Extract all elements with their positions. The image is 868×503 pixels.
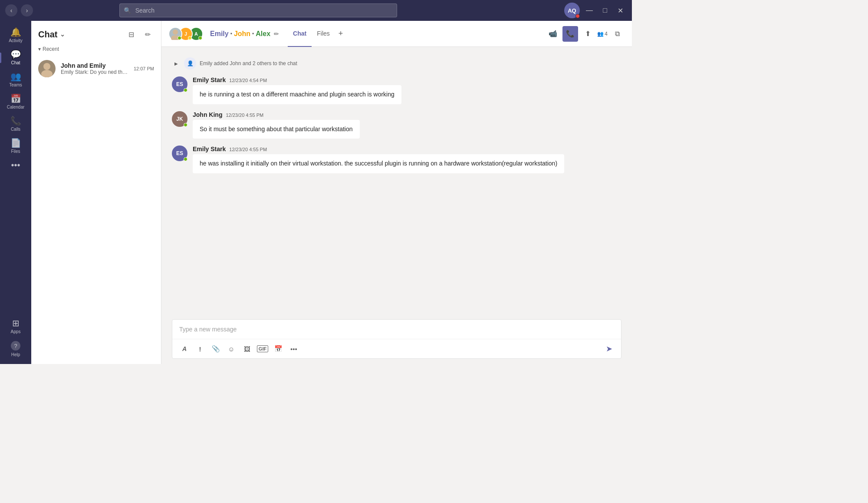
messages-area[interactable]: ▶ 👤 Emily added John and 2 others to the…	[161, 47, 632, 316]
search-input[interactable]	[119, 3, 397, 17]
svg-point-2	[173, 30, 178, 35]
sidebar-item-teams[interactable]: 👥 Teams	[0, 69, 31, 91]
nav-controls: ‹ ›	[5, 4, 33, 17]
search-bar: 🔍	[119, 3, 397, 17]
filter-icon: ⊟	[128, 30, 134, 39]
msg-time-3: 12/23/20 4:55 PM	[229, 147, 267, 152]
participants-names: Emily • John • Alex ✏	[210, 30, 279, 38]
sidebar-item-apps[interactable]: ⊞ Apps	[0, 315, 31, 338]
title-bar-right: AQ — □ ✕	[564, 3, 627, 18]
audio-call-button[interactable]: 📞	[562, 26, 578, 42]
user-avatar-button[interactable]: AQ	[564, 3, 580, 18]
input-area: A ! 📎 ☺ 🖼 GIF	[161, 316, 632, 364]
chat-item-preview: Emily Stark: Do you ned this today...	[61, 69, 128, 75]
sidebar-label-activity: Activity	[9, 38, 23, 43]
john-status-dot	[188, 36, 192, 40]
msg-bubble-1: he is running a test on a different maac…	[193, 85, 401, 104]
svg-point-0	[43, 63, 50, 70]
help-icon: ?	[11, 341, 20, 351]
schedule-button[interactable]: 📅	[271, 342, 285, 356]
participant-count: 👥 4	[597, 31, 608, 37]
format-button[interactable]: A	[178, 342, 191, 356]
more-tools-button[interactable]: •••	[287, 342, 301, 356]
share-screen-button[interactable]: ⬆	[580, 26, 595, 42]
giphy-button[interactable]: GIF	[256, 342, 270, 356]
recent-chevron-icon: ▾	[38, 46, 41, 52]
dot1: •	[230, 31, 232, 37]
giphy-icon: GIF	[257, 345, 268, 352]
chat-item-time: 12:07 PM	[134, 66, 154, 71]
message-input[interactable]	[172, 320, 621, 339]
sidebar-item-chat[interactable]: 💬 Chat	[0, 46, 31, 69]
sidebar-item-calendar[interactable]: 📅 Calendar	[0, 91, 31, 113]
popout-button[interactable]: ⧉	[609, 26, 625, 42]
expand-system-button[interactable]: ▶	[172, 59, 181, 68]
sidebar-item-more[interactable]: •••	[0, 157, 31, 173]
attach-button[interactable]: 📎	[209, 342, 223, 356]
video-call-button[interactable]: 📹	[545, 26, 561, 42]
schedule-icon: 📅	[274, 345, 283, 353]
svg-point-1	[41, 70, 53, 77]
system-message-icon: 👤	[184, 57, 196, 69]
minimize-button[interactable]: —	[583, 4, 595, 17]
share-icon: ⬆	[585, 30, 591, 38]
filter-button[interactable]: ⊟	[125, 28, 138, 41]
msg-content-2: John King 12/23/20 4:55 PM So it must be…	[193, 111, 621, 139]
files-icon: 📄	[10, 139, 21, 147]
message-input-box: A ! 📎 ☺ 🖼 GIF	[172, 319, 621, 359]
add-tab-button[interactable]: +	[335, 21, 347, 47]
msg-bubble-2: So it must be something about that parti…	[193, 120, 360, 139]
sidebar-label-chat: Chat	[11, 60, 20, 65]
chat-icon: 💬	[10, 50, 21, 59]
chat-header: J A Emily • John • Alex ✏ Chat	[161, 21, 632, 47]
tab-files[interactable]: Files	[312, 21, 335, 47]
sticker-button[interactable]: 🖼	[240, 342, 254, 356]
msg-status-2	[184, 123, 187, 127]
sidebar-label-calls: Calls	[11, 127, 20, 132]
alex-initials: A	[194, 31, 198, 36]
compose-icon: ✏	[145, 30, 151, 39]
msg-time-1: 12/23/20 4:54 PM	[229, 78, 267, 83]
maximize-button[interactable]: □	[599, 4, 611, 17]
sidebar-item-help[interactable]: ? Help	[0, 338, 31, 361]
sidebar-label-teams: Teams	[9, 83, 22, 87]
important-button[interactable]: !	[193, 342, 207, 356]
send-button[interactable]: ➤	[602, 342, 616, 356]
msg-avatar-2: JK	[172, 111, 187, 127]
emoji-icon: ☺	[228, 345, 234, 353]
recent-label[interactable]: ▾ Recent	[31, 44, 161, 56]
teams-icon: 👥	[10, 72, 21, 81]
msg-status-3	[184, 157, 187, 161]
send-icon: ➤	[606, 344, 612, 354]
edit-name-icon[interactable]: ✏	[274, 30, 279, 37]
name-john: John	[234, 30, 250, 38]
compose-button[interactable]: ✏	[141, 28, 154, 41]
format-icon: A	[182, 345, 187, 352]
emoji-button[interactable]: ☺	[224, 342, 238, 356]
sidebar-label-files: Files	[11, 149, 20, 154]
dot2: •	[252, 31, 254, 37]
message-group-3: ES Emily Stark 12/23/20 4:55 PM he was i…	[161, 142, 632, 177]
title-bar: ‹ › 🔍 AQ — □ ✕	[0, 0, 632, 21]
input-toolbar: A ! 📎 ☺ 🖼 GIF	[172, 339, 621, 358]
nav-back-button[interactable]: ‹	[5, 4, 17, 17]
popout-icon: ⧉	[615, 30, 620, 38]
name-alex: Alex	[256, 30, 270, 38]
calendar-icon: 📅	[10, 94, 21, 103]
message-group-1: ES Emily Stark 12/23/20 4:54 PM he is ru…	[161, 73, 632, 108]
sidebar-item-activity[interactable]: 🔔 Activity	[0, 24, 31, 46]
header-actions: 📹 📞 ⬆ 👥 4 ⧉	[545, 26, 625, 42]
tab-chat[interactable]: Chat	[288, 21, 312, 47]
msg-avatar-3: ES	[172, 146, 187, 161]
search-icon: 🔍	[124, 7, 131, 14]
chat-item[interactable]: John and Emily Emily Stark: Do you ned t…	[31, 56, 161, 82]
msg-content-1: Emily Stark 12/23/20 4:54 PM he is runni…	[193, 76, 621, 104]
chat-list-title[interactable]: Chat ⌄	[38, 30, 65, 40]
msg-status-1	[184, 88, 187, 92]
nav-forward-button[interactable]: ›	[21, 4, 33, 17]
chat-dropdown-icon: ⌄	[60, 31, 65, 38]
close-button[interactable]: ✕	[615, 4, 627, 17]
sidebar-item-calls[interactable]: 📞 Calls	[0, 113, 31, 135]
chat-item-name: John and Emily	[61, 62, 128, 69]
sidebar-item-files[interactable]: 📄 Files	[0, 135, 31, 157]
